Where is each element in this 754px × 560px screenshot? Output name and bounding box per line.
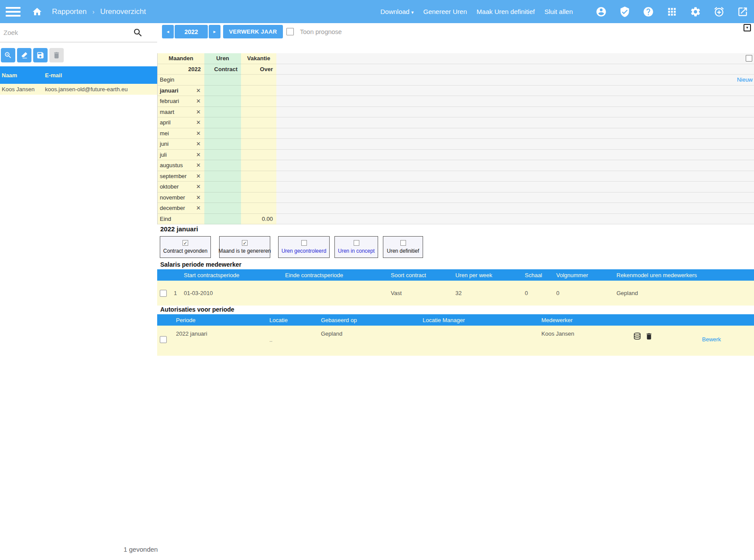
open-in-new-icon[interactable] <box>737 6 748 17</box>
col-periode: Periode <box>176 317 269 323</box>
month-row-juli[interactable]: juli✕ <box>158 150 754 161</box>
unchecked-checkbox-icon[interactable] <box>400 240 406 246</box>
save-button[interactable] <box>33 48 48 62</box>
status-card-uren-gecontroleerd[interactable]: Uren gecontroleerd <box>278 236 330 258</box>
subheader-over: Over <box>241 64 276 75</box>
unchecked-checkbox-icon[interactable] <box>354 240 359 246</box>
topbar-icon-group <box>596 6 748 17</box>
month-label-september[interactable]: september <box>160 173 186 179</box>
month-row-oktober[interactable]: oktober✕ <box>158 182 754 192</box>
delete-button[interactable] <box>49 48 64 62</box>
month-clear-icon[interactable]: ✕ <box>196 151 201 158</box>
month-row-augustus[interactable]: augustus✕ <box>158 160 754 171</box>
maak-uren-definitief-button[interactable]: Maak Uren definitief <box>477 8 535 15</box>
verwerk-jaar-button[interactable]: VERWERK JAAR <box>223 25 283 38</box>
year-value-button[interactable]: 2022 <box>175 25 208 38</box>
unchecked-checkbox-icon[interactable] <box>301 240 307 246</box>
month-row-januari[interactable]: januari✕ <box>158 86 754 96</box>
month-clear-icon[interactable]: ✕ <box>196 173 201 179</box>
month-label-februari[interactable]: februari <box>160 98 179 104</box>
bewerk-link[interactable]: Bewerk <box>672 326 754 356</box>
apps-grid-icon[interactable] <box>666 6 678 17</box>
month-clear-icon[interactable]: ✕ <box>196 130 201 137</box>
status-card-maand-is-te-genereren[interactable]: ✓Maand is te genereren <box>219 236 270 258</box>
month-clear-icon[interactable]: ✕ <box>196 119 201 126</box>
month-row-februari[interactable]: februari✕ <box>158 96 754 107</box>
month-contract-cell <box>204 182 241 192</box>
month-label-januari[interactable]: januari <box>160 87 179 94</box>
month-label-juli[interactable]: juli <box>160 151 167 158</box>
month-clear-icon[interactable]: ✕ <box>196 141 201 147</box>
months-header-checkbox[interactable] <box>746 55 752 62</box>
month-clear-icon[interactable]: ✕ <box>196 183 201 190</box>
month-clear-icon[interactable]: ✕ <box>196 87 201 94</box>
month-row-mei[interactable]: mei✕ <box>158 128 754 139</box>
search-input[interactable] <box>0 29 133 36</box>
month-clear-icon[interactable]: ✕ <box>196 109 201 115</box>
autorisaties-row-checkbox[interactable] <box>160 336 167 343</box>
help-icon[interactable] <box>643 6 654 17</box>
employee-row[interactable]: Koos Jansen koos.jansen-old@future-earth… <box>0 84 157 95</box>
genereer-uren-button[interactable]: Genereer Uren <box>423 8 467 15</box>
month-label-april[interactable]: april <box>160 119 171 126</box>
status-card-label: Contract gevonden <box>163 248 207 254</box>
status-card-uren-in-concept[interactable]: Uren in concept <box>334 236 378 258</box>
month-clear-icon[interactable]: ✕ <box>196 205 201 211</box>
month-clear-icon[interactable]: ✕ <box>196 194 201 201</box>
month-row-september[interactable]: september✕ <box>158 171 754 182</box>
status-card-label: Maand is te genereren <box>218 248 271 254</box>
breadcrumb-urenoverzicht[interactable]: Urenoverzicht <box>100 7 146 16</box>
search-icon[interactable] <box>133 27 143 38</box>
year-next-button[interactable]: ▸ <box>209 25 220 38</box>
sluit-allen-button[interactable]: Sluit allen <box>544 8 573 15</box>
caret-down-icon: ▾ <box>411 10 414 15</box>
settings-gear-icon[interactable] <box>690 6 701 17</box>
month-contract-cell <box>204 96 241 107</box>
month-label-november[interactable]: november <box>160 194 185 201</box>
autorisatie-gebaseerd-op: Gepland <box>321 326 423 356</box>
checked-checkbox-icon[interactable]: ✓ <box>182 240 188 246</box>
database-icon[interactable] <box>633 332 641 340</box>
home-icon[interactable] <box>32 7 42 17</box>
status-card-contract-gevonden[interactable]: ✓Contract gevonden <box>160 236 211 258</box>
month-row-november[interactable]: november✕ <box>158 192 754 203</box>
month-row-juni[interactable]: juni✕ <box>158 139 754 150</box>
breadcrumb-rapporten[interactable]: Rapporten <box>52 7 86 16</box>
month-contract-cell <box>204 107 241 118</box>
zoom-in-button[interactable] <box>1 48 15 62</box>
month-label-maart[interactable]: maart <box>160 109 174 115</box>
toon-prognose-label: Toon prognose <box>300 28 342 35</box>
status-card-uren-definitief[interactable]: Uren definitief <box>383 236 423 258</box>
year-prev-button[interactable]: ◂ <box>162 25 174 38</box>
month-label-december[interactable]: december <box>160 205 185 211</box>
col-soort-contract: Soort contract <box>391 272 455 278</box>
download-menu[interactable]: Download▾ <box>380 8 413 15</box>
hamburger-menu-icon[interactable] <box>6 7 21 17</box>
month-row-maart[interactable]: maart✕ <box>158 107 754 118</box>
collapse-panel-icon[interactable]: ▼ <box>744 24 751 31</box>
period-status-cards: ✓Contract gevonden✓Maand is te genereren… <box>160 236 423 258</box>
month-label-mei[interactable]: mei <box>160 130 169 137</box>
month-clear-icon[interactable]: ✕ <box>196 162 201 168</box>
eind-row: Eind 0.00 <box>158 214 754 225</box>
month-over-cell <box>241 117 276 128</box>
month-row-december[interactable]: december✕ <box>158 203 754 214</box>
checked-checkbox-icon[interactable]: ✓ <box>242 240 248 246</box>
salaris-schaal: 0 <box>525 290 556 296</box>
month-clear-icon[interactable]: ✕ <box>196 98 201 104</box>
trash-icon[interactable] <box>645 332 653 340</box>
month-label-augustus[interactable]: augustus <box>160 162 183 168</box>
clear-filter-eraser-button[interactable] <box>17 48 31 62</box>
autorisaties-row[interactable]: 2022 januari .. Gepland Koos Jansen Bewe… <box>157 326 754 356</box>
salaris-row[interactable]: 1 01-03-2010 Vast 32 0 0 Gepland <box>157 281 754 306</box>
nieuw-link[interactable]: Nieuw <box>737 76 753 83</box>
salaris-row-checkbox[interactable] <box>160 290 167 297</box>
month-label-juni[interactable]: juni <box>160 141 169 147</box>
timer-add-icon[interactable] <box>713 6 725 17</box>
toon-prognose-checkbox[interactable] <box>286 28 294 35</box>
verified-shield-icon[interactable] <box>619 6 630 17</box>
account-icon[interactable] <box>596 6 607 17</box>
month-over-cell <box>241 150 276 161</box>
month-label-oktober[interactable]: oktober <box>160 183 179 190</box>
month-row-april[interactable]: april✕ <box>158 117 754 128</box>
